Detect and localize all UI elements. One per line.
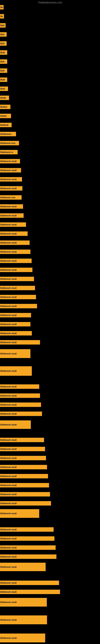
bar-item: Bottleneck result bbox=[0, 563, 46, 571]
site-title: TheBottlenecker.com bbox=[38, 1, 62, 4]
bar-label: Bottleneck result bbox=[0, 582, 17, 584]
bar-label: Bottleneck result bbox=[0, 242, 17, 244]
bar-item: Bottleneck result bbox=[0, 159, 20, 164]
bar-label: Bottleneck result bbox=[0, 314, 17, 316]
bar-label: Bo bbox=[0, 15, 3, 18]
bar-label: Bottleneck result bbox=[0, 187, 17, 190]
bar-item: Bottleneck result bbox=[0, 268, 32, 272]
bar-label: Bottleneck result bbox=[0, 484, 17, 486]
bar-item: Bottleneck result bbox=[0, 213, 24, 218]
bar-item: Bottleneck result bbox=[0, 616, 47, 624]
bar-item: Bottleneck result bbox=[0, 501, 51, 506]
bar-item: Bo bbox=[0, 5, 3, 10]
bar-item: Bottleneck result bbox=[0, 438, 44, 442]
bar-label: Bottleneck result bbox=[0, 466, 17, 468]
bar-item: Bottleneck result bbox=[0, 349, 30, 358]
bar-item: Bottlen bbox=[0, 105, 10, 109]
bar-item: Bottleneck result bbox=[0, 222, 26, 227]
bar-label: Bottleneck result bbox=[0, 370, 17, 372]
bar-label: Bottleneck result bbox=[0, 352, 17, 355]
bar-label: Bottlenk bbox=[0, 124, 8, 126]
bar-label: Bottl bbox=[0, 52, 5, 54]
bar-label: Bottleneck result bbox=[0, 439, 17, 441]
bar-label: Bo bbox=[0, 6, 3, 8]
bar-label: Bottleneck result bbox=[0, 404, 17, 406]
bar-label: Bottleneck resu bbox=[0, 196, 15, 199]
bar-item: Bottleneck result bbox=[0, 412, 42, 416]
bar-item: Bottleneck result bbox=[0, 204, 23, 209]
bar-item: Bottleneck result bbox=[0, 304, 37, 308]
bar-label: Bottleneck result bbox=[0, 619, 17, 621]
bar-item: Bottleneck resu bbox=[0, 141, 19, 145]
bar-item: Bottleneck result bbox=[0, 240, 30, 245]
bar-label: Bott bbox=[0, 42, 4, 45]
bar-label: Bottleneck result bbox=[0, 160, 17, 162]
bar-label: Bottleneck result bbox=[0, 413, 17, 415]
bar-item: Bottleneck result bbox=[0, 474, 48, 478]
bar-label: Bottleneck result bbox=[0, 386, 17, 388]
bar-label: Bottleneck result bbox=[0, 512, 17, 514]
bar-label: Bottleneck result bbox=[0, 556, 17, 558]
bar-item: Bottleneck result bbox=[0, 483, 49, 488]
bar-item: Bottleneck result bbox=[0, 580, 59, 585]
bar-label: Bottleneck result bbox=[0, 457, 17, 459]
bar-label: Bottleneck result bbox=[0, 538, 17, 540]
bar-label: Bottleneck re bbox=[0, 151, 13, 153]
bar-item: Bottleneck result bbox=[0, 286, 35, 290]
bar-label: Bottle bbox=[0, 97, 6, 99]
bar-label: Bottler bbox=[0, 115, 7, 117]
bar-item: Bottleneck result bbox=[0, 509, 39, 518]
bar-item: Bottleneck result bbox=[0, 340, 40, 344]
bar-item: Bottleneck result bbox=[0, 277, 34, 281]
bar-item: Bottleneck result bbox=[0, 295, 36, 299]
bar-item: Bottleneck result bbox=[0, 598, 47, 606]
bar-label: Bottleneck result bbox=[0, 448, 17, 450]
bar-label: Bott bbox=[0, 24, 4, 26]
bar-item: Bottleneck result bbox=[0, 492, 50, 496]
bar-label: Bottl bbox=[0, 88, 5, 90]
bar-label: Bottleneck result bbox=[0, 601, 17, 603]
bar-item: Bottlenk bbox=[0, 123, 12, 127]
bar-label: Bottleneck result bbox=[0, 206, 17, 208]
bar-label: Bottl bbox=[0, 79, 5, 81]
bar-item: Bottler bbox=[0, 114, 11, 118]
bar-item: Bottleneck result bbox=[0, 456, 46, 460]
bar-item: Bottleneck re bbox=[0, 150, 18, 154]
bar-item: Bott bbox=[0, 68, 7, 73]
bar-label: Bott bbox=[0, 60, 4, 63]
bar-item: Bottleneck resu bbox=[0, 195, 22, 200]
bar-label: Bottleneck result bbox=[0, 214, 17, 217]
bar-label: Bottleneck result bbox=[0, 591, 17, 593]
bar-item: Bottleneck result bbox=[0, 331, 32, 336]
bar-label: Bottleneck result bbox=[0, 502, 17, 504]
bar-item: Bottleneck result bbox=[0, 634, 45, 642]
bar-label: Bottleneck result bbox=[0, 287, 17, 289]
bar-item: Bottleneck r bbox=[0, 132, 16, 136]
bar-label: Bottleneck result bbox=[0, 323, 17, 326]
bar-item: Bottleneck result bbox=[0, 394, 40, 398]
bar-item: Bottl bbox=[0, 86, 8, 91]
bar-label: Bottleneck result bbox=[0, 395, 17, 397]
bar-item: Bottleneck result bbox=[0, 313, 31, 317]
bar-item: Bottleneck result bbox=[0, 258, 32, 263]
bar-label: Bottleneck result bbox=[0, 528, 17, 531]
bar-item: Bottleneck result bbox=[0, 322, 30, 326]
bar-item: Bott bbox=[0, 32, 7, 37]
bar-item: Bottleneck result bbox=[0, 384, 39, 389]
bar-label: Bottleneck result bbox=[0, 637, 17, 639]
bar-item: Bottleneck result bbox=[0, 554, 56, 559]
bar-label: Bottleneck result bbox=[0, 475, 17, 477]
bar-item: Bottleneck result bbox=[0, 232, 28, 236]
bar-label: Bott bbox=[0, 70, 4, 72]
bar-item: Bottleneck result bbox=[0, 366, 32, 376]
bar-item: Bottleneck result bbox=[0, 402, 41, 407]
bar-item: Bott bbox=[0, 59, 7, 64]
bar-item: Bott bbox=[0, 23, 6, 28]
bar-item: Bottleneck result bbox=[0, 546, 56, 550]
bar-item: Bott bbox=[0, 41, 7, 46]
bar-item: Bottl bbox=[0, 50, 7, 55]
bar-label: Bottleneck result bbox=[0, 269, 17, 271]
bar-label: Bottleneck result bbox=[0, 169, 17, 172]
bar-item: Bottleneck result bbox=[0, 465, 47, 469]
bar-label: Bottleneck result bbox=[0, 546, 17, 549]
